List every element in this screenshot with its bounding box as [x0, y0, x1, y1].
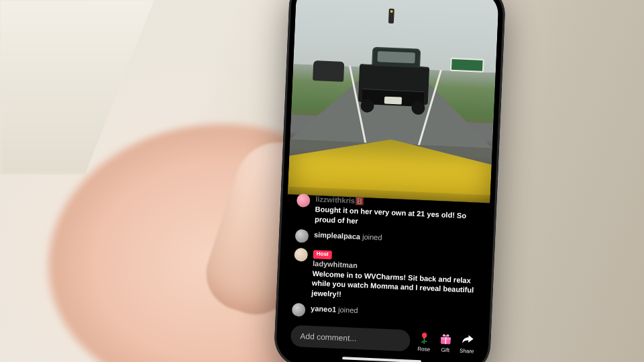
gift-button[interactable]: Gift — [438, 331, 453, 353]
road-sign — [450, 58, 484, 73]
rose-label: Rose — [417, 346, 430, 353]
host-badge: Host — [313, 250, 332, 259]
photo-scene: lizzwithkris🅱️ Bought it on her very own… — [0, 0, 644, 362]
pickup-truck — [351, 37, 437, 113]
live-video[interactable] — [288, 0, 499, 203]
gift-icon — [438, 331, 453, 347]
phone-screen: lizzwithkris🅱️ Bought it on her very own… — [280, 0, 499, 362]
rose-icon — [417, 330, 432, 346]
chat-message-host[interactable]: Host ladywhitman Welcome in to WVCharms!… — [292, 248, 478, 306]
joined-label: joined — [362, 232, 382, 241]
share-label: Share — [460, 348, 474, 355]
home-indicator[interactable] — [342, 357, 421, 362]
avatar[interactable] — [292, 303, 306, 317]
traffic-light — [388, 9, 394, 24]
avatar[interactable] — [297, 193, 311, 208]
license-plate — [384, 97, 402, 105]
chat-text: Welcome in to WVCharms! Sit back and rel… — [311, 269, 478, 306]
share-button[interactable]: Share — [460, 332, 475, 355]
comment-placeholder: Add comment... — [300, 331, 357, 343]
car-ahead — [313, 60, 344, 82]
live-chat[interactable]: lizzwithkris🅱️ Bought it on her very own… — [282, 187, 490, 327]
chat-username[interactable]: simplealpaca — [314, 230, 361, 240]
chat-message[interactable]: lizzwithkris🅱️ Bought it on her very own… — [296, 193, 481, 231]
chat-join: simplealpaca joined — [295, 229, 480, 251]
gift-label: Gift — [441, 347, 449, 354]
comment-input[interactable]: Add comment... — [290, 325, 411, 352]
avatar[interactable] — [294, 248, 308, 262]
joined-label: joined — [338, 306, 358, 314]
share-icon — [460, 332, 475, 348]
rose-button[interactable]: Rose — [417, 330, 432, 353]
phone-frame: lizzwithkris🅱️ Bought it on her very own… — [274, 0, 506, 362]
avatar[interactable] — [295, 229, 309, 243]
chat-username[interactable]: yaneo1 — [311, 304, 336, 314]
